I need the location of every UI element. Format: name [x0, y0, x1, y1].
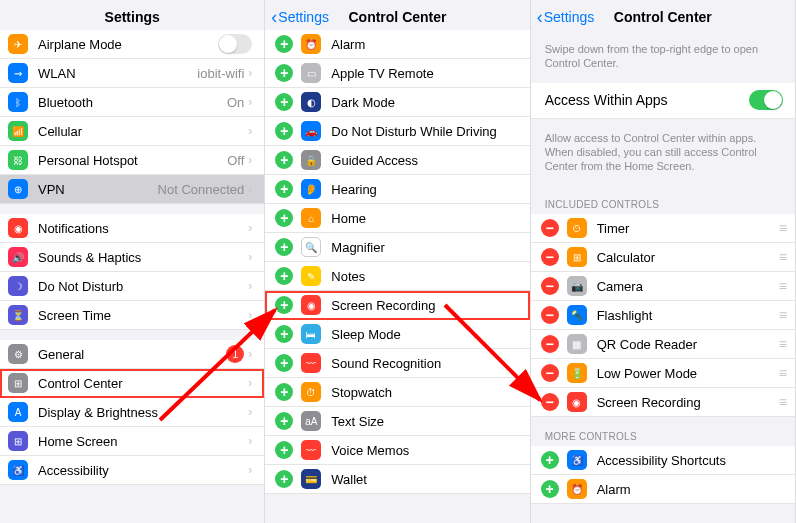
add-row-sound-recognition[interactable]: +〰Sound Recognition: [265, 349, 529, 378]
drag-handle-icon[interactable]: ≡: [779, 394, 785, 410]
drag-handle-icon[interactable]: ≡: [779, 336, 785, 352]
settings-list: ✈Airplane Mode⇝WLANiobit-wifi›ᛒBluetooth…: [0, 30, 264, 485]
add-row-do-not-disturb-while-driving[interactable]: +🚗Do Not Disturb While Driving: [265, 117, 529, 146]
add-button[interactable]: +: [275, 35, 293, 53]
chevron-right-icon: ›: [248, 153, 252, 167]
add-button[interactable]: +: [275, 93, 293, 111]
included-row-timer[interactable]: −⏲Timer≡: [531, 214, 795, 243]
add-row-notes[interactable]: +✎Notes: [265, 262, 529, 291]
row-label: Home: [331, 211, 519, 226]
add-button[interactable]: +: [275, 296, 293, 314]
add-button[interactable]: +: [275, 325, 293, 343]
accessibility-shortcuts-icon: ♿: [567, 450, 587, 470]
magnifier-icon: 🔍: [301, 237, 321, 257]
remove-button[interactable]: −: [541, 277, 559, 295]
remove-button[interactable]: −: [541, 248, 559, 266]
included-row-camera[interactable]: −📷Camera≡: [531, 272, 795, 301]
stopwatch-icon: ⏱: [301, 382, 321, 402]
drag-handle-icon[interactable]: ≡: [779, 249, 785, 265]
more-row-accessibility-shortcuts[interactable]: +♿Accessibility Shortcuts: [531, 446, 795, 475]
remove-button[interactable]: −: [541, 393, 559, 411]
add-button[interactable]: +: [275, 412, 293, 430]
accessibility-icon: ♿: [8, 460, 28, 480]
add-row-guided-access[interactable]: +🔒Guided Access: [265, 146, 529, 175]
included-row-flashlight[interactable]: −🔦Flashlight≡: [531, 301, 795, 330]
remove-button[interactable]: −: [541, 306, 559, 324]
drag-handle-icon[interactable]: ≡: [779, 307, 785, 323]
wallet-icon: 💳: [301, 469, 321, 489]
settings-row-notifications[interactable]: ◉Notifications›: [0, 214, 264, 243]
page-title: Control Center: [614, 9, 712, 25]
notification-badge: 1: [226, 345, 244, 363]
add-row-sleep-mode[interactable]: +🛏Sleep Mode: [265, 320, 529, 349]
settings-row-sounds-haptics[interactable]: 🔊Sounds & Haptics›: [0, 243, 264, 272]
add-button[interactable]: +: [541, 451, 559, 469]
add-row-dark-mode[interactable]: +◐Dark Mode: [265, 88, 529, 117]
settings-row-accessibility[interactable]: ♿Accessibility›: [0, 456, 264, 485]
row-label: Apple TV Remote: [331, 66, 519, 81]
add-row-alarm[interactable]: +⏰Alarm: [265, 30, 529, 59]
chevron-right-icon: ›: [248, 434, 252, 448]
add-button[interactable]: +: [275, 180, 293, 198]
add-row-screen-recording[interactable]: +◉Screen Recording: [265, 291, 529, 320]
settings-row-airplane-mode[interactable]: ✈Airplane Mode: [0, 30, 264, 59]
included-row-low-power-mode[interactable]: −🔋Low Power Mode≡: [531, 359, 795, 388]
settings-row-control-center[interactable]: ⊞Control Center›: [0, 369, 264, 398]
settings-row-personal-hotspot[interactable]: ⛓Personal HotspotOff›: [0, 146, 264, 175]
chevron-right-icon: ›: [248, 221, 252, 235]
settings-row-cellular[interactable]: 📶Cellular›: [0, 117, 264, 146]
settings-row-vpn[interactable]: ⊕VPNNot Connected›: [0, 175, 264, 204]
add-button[interactable]: +: [275, 122, 293, 140]
add-row-hearing[interactable]: +👂Hearing: [265, 175, 529, 204]
included-row-qr-code-reader[interactable]: −▦QR Code Reader≡: [531, 330, 795, 359]
general-icon: ⚙: [8, 344, 28, 364]
add-row-home[interactable]: +⌂Home: [265, 204, 529, 233]
add-row-stopwatch[interactable]: +⏱Stopwatch: [265, 378, 529, 407]
add-button[interactable]: +: [275, 238, 293, 256]
included-row-calculator[interactable]: −⊞Calculator≡: [531, 243, 795, 272]
remove-button[interactable]: −: [541, 219, 559, 237]
back-button[interactable]: ‹ Settings: [271, 7, 329, 28]
drag-handle-icon[interactable]: ≡: [779, 220, 785, 236]
drag-handle-icon[interactable]: ≡: [779, 278, 785, 294]
settings-row-bluetooth[interactable]: ᛒBluetoothOn›: [0, 88, 264, 117]
access-description: Allow access to Control Center within ap…: [531, 119, 795, 186]
row-label: Dark Mode: [331, 95, 519, 110]
settings-row-do-not-disturb[interactable]: ☽Do Not Disturb›: [0, 272, 264, 301]
settings-row-wlan[interactable]: ⇝WLANiobit-wifi›: [0, 59, 264, 88]
access-toggle[interactable]: [749, 90, 783, 110]
remove-button[interactable]: −: [541, 364, 559, 382]
add-row-wallet[interactable]: +💳Wallet: [265, 465, 529, 494]
add-row-magnifier[interactable]: +🔍Magnifier: [265, 233, 529, 262]
settings-row-display-brightness[interactable]: ADisplay & Brightness›: [0, 398, 264, 427]
included-row-screen-recording[interactable]: −◉Screen Recording≡: [531, 388, 795, 417]
chevron-right-icon: ›: [248, 405, 252, 419]
add-button[interactable]: +: [275, 470, 293, 488]
settings-row-home-screen[interactable]: ⊞Home Screen›: [0, 427, 264, 456]
add-button[interactable]: +: [275, 354, 293, 372]
settings-row-screen-time[interactable]: ⏳Screen Time›: [0, 301, 264, 330]
qr-code-reader-icon: ▦: [567, 334, 587, 354]
add-button[interactable]: +: [275, 383, 293, 401]
add-row-voice-memos[interactable]: +〰Voice Memos: [265, 436, 529, 465]
add-button[interactable]: +: [275, 441, 293, 459]
access-within-apps-row[interactable]: Access Within Apps: [531, 83, 795, 119]
alarm-icon: ⏰: [567, 479, 587, 499]
row-label: Personal Hotspot: [38, 153, 227, 168]
add-row-apple-tv-remote[interactable]: +▭Apple TV Remote: [265, 59, 529, 88]
remove-button[interactable]: −: [541, 335, 559, 353]
row-label: Bluetooth: [38, 95, 227, 110]
chevron-left-icon: ‹: [537, 7, 543, 28]
add-button[interactable]: +: [275, 267, 293, 285]
add-row-text-size[interactable]: +aAText Size: [265, 407, 529, 436]
add-button[interactable]: +: [275, 151, 293, 169]
drag-handle-icon[interactable]: ≡: [779, 365, 785, 381]
settings-row-general[interactable]: ⚙General1›: [0, 340, 264, 369]
add-button[interactable]: +: [275, 209, 293, 227]
control-center-add-panel: ‹ Settings Control Center +⏰Alarm+▭Apple…: [265, 0, 530, 523]
more-row-alarm[interactable]: +⏰Alarm: [531, 475, 795, 504]
toggle[interactable]: [218, 34, 252, 54]
add-button[interactable]: +: [541, 480, 559, 498]
back-button[interactable]: ‹ Settings: [537, 7, 595, 28]
add-button[interactable]: +: [275, 64, 293, 82]
